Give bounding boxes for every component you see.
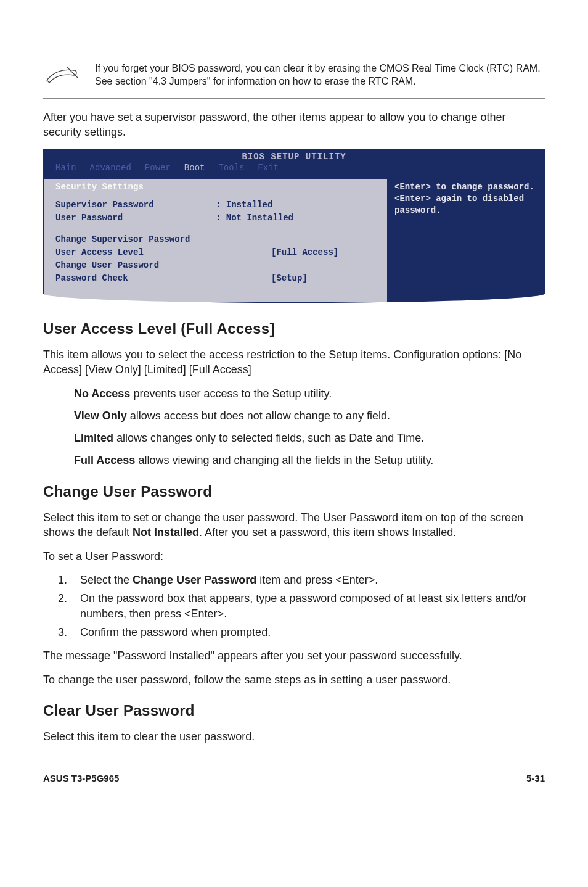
cup-paragraph-4: To change the user password, follow the … [43,672,545,687]
no-access-text: prevents user access to the Setup utilit… [130,387,332,400]
note-text: If you forget your BIOS password, you ca… [95,62,545,88]
no-access-line: No Access prevents user access to the Se… [74,386,545,401]
step-1c: item and press <Enter>. [256,574,378,586]
full-access-label: Full Access [74,454,135,466]
no-access-label: No Access [74,387,130,400]
step-3: Confirm the password when prompted. [70,625,545,640]
not-installed-bold: Not Installed [133,526,199,538]
step-1a: Select the [80,574,133,586]
step-2: On the password box that appears, type a… [70,591,545,621]
bios-menu-tools: Tools [218,162,244,174]
clr-paragraph: Select this item to clear the user passw… [43,729,545,744]
cup-paragraph-2: To set a User Password: [43,549,545,564]
limited-label: Limited [74,432,113,444]
intro-paragraph: After you have set a supervisor password… [43,110,545,140]
bios-menu-power: Power [145,162,171,174]
bios-menu-boot: Boot [184,162,205,174]
user-access-level-label: User Access Level [55,247,216,258]
cup-paragraph-1: Select this item to set or change the us… [43,510,545,540]
footer-left: ASUS T3-P5G965 [43,772,119,785]
bios-help-panel: <Enter> to change password. <Enter> agai… [388,178,545,302]
view-only-line: View Only allows access but does not all… [74,408,545,423]
bios-menu: Main Advanced Power Boot Tools Exit [43,162,545,176]
full-access-text: allows viewing and changing all the fiel… [135,454,433,466]
bios-left-panel: Security Settings Supervisor Password : … [43,178,388,302]
password-check-value: [Setup] [271,273,308,284]
bios-help-text: <Enter> to change password. <Enter> agai… [394,182,534,215]
supervisor-password-value: : Installed [216,199,272,211]
heading-change-user-password: Change User Password [43,482,545,501]
user-password-label: User Password [55,212,216,224]
page-footer: ASUS T3-P5G965 5-31 [43,767,545,785]
ual-description: This item allows you to select the acces… [43,347,545,377]
bios-screenshot: BIOS SETUP UTILITY Main Advanced Power B… [43,149,545,303]
cup-paragraph-3: The message "Password Installed" appears… [43,648,545,663]
heading-user-access-level: User Access Level (Full Access] [43,319,545,339]
bios-menu-exit: Exit [258,162,279,174]
pencil-note-icon [43,62,83,92]
footer-right: 5-31 [526,772,545,785]
user-password-value: : Not Installed [216,212,293,224]
change-supervisor-password: Change Supervisor Password [55,234,190,245]
bios-title: BIOS SETUP UTILITY [43,151,545,163]
view-only-text: allows access but does not allow change … [127,410,390,422]
change-user-password-bold: Change User Password [133,574,256,586]
supervisor-password-label: Supervisor Password [55,199,216,211]
full-access-line: Full Access allows viewing and changing … [74,453,545,468]
password-check-label: Password Check [55,273,216,284]
cup-p1c: . After you set a password, this item sh… [199,526,456,538]
limited-text: allows changes only to selected fields, … [113,432,424,444]
heading-clear-user-password: Clear User Password [43,701,545,720]
user-access-level-value: [Full Access] [271,247,338,258]
change-user-password: Change User Password [55,260,159,271]
bios-menu-advanced: Advanced [90,162,131,174]
note-box: If you forget your BIOS password, you ca… [43,56,545,99]
limited-line: Limited allows changes only to selected … [74,431,545,445]
bios-section-title: Security Settings [55,181,376,193]
bios-menu-main: Main [55,162,76,174]
set-password-steps: Select the Change User Password item and… [70,572,545,640]
step-1: Select the Change User Password item and… [70,572,545,587]
view-only-label: View Only [74,410,127,422]
